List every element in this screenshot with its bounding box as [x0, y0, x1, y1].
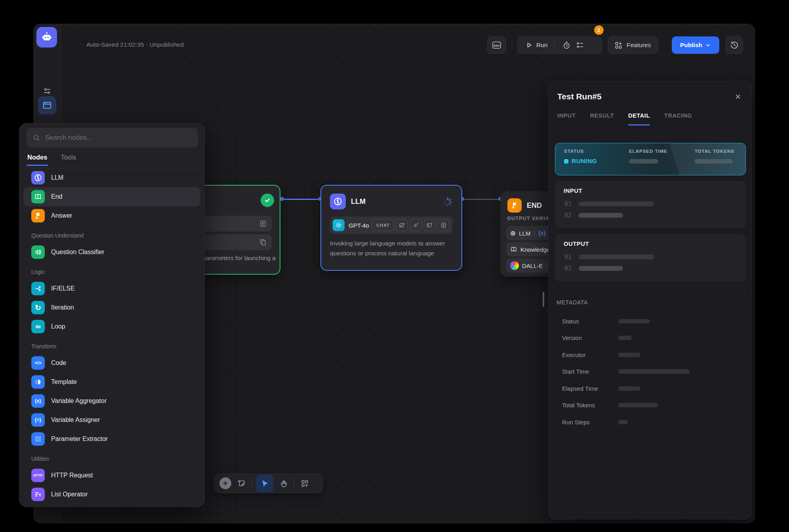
parameter-extractor-icon [31, 432, 45, 446]
metadata-divider [555, 290, 746, 291]
search-icon [33, 134, 40, 142]
meta-label: Start Time [562, 368, 618, 375]
tab-nodes[interactable]: Nodes [27, 154, 47, 166]
node-item-iteration[interactable]: ↻ Iteration [23, 298, 200, 317]
features-button[interactable]: Features [608, 36, 658, 54]
document-icon [259, 220, 267, 228]
success-check-icon [261, 194, 274, 207]
iteration-icon: ↻ [31, 301, 45, 314]
env-variables-button[interactable]: ENV [487, 36, 506, 54]
template-icon [31, 375, 45, 389]
tab-detail[interactable]: DETAIL [628, 112, 650, 125]
organize-blocks-button[interactable] [298, 477, 311, 490]
list-operator-icon [31, 488, 45, 501]
play-icon [526, 42, 533, 49]
node-item-end[interactable]: End [23, 187, 200, 206]
node-list: LLM End Answer Question Understand Quest [19, 168, 204, 504]
node-item-variable-assigner[interactable]: {=} Variable Assigner [23, 410, 200, 429]
add-node-button[interactable]: + [219, 477, 231, 489]
node-item-list-operator[interactable]: List Operator [23, 485, 200, 504]
checklist-count-badge: 2 [593, 25, 604, 36]
pointer-tool-button[interactable] [256, 475, 273, 492]
app-robot-icon[interactable] [36, 27, 57, 48]
history-button[interactable] [726, 36, 743, 54]
workflow-app: Define the initial parameters for launch… [0, 0, 789, 532]
tab-tracing[interactable]: TRACING [664, 112, 692, 125]
variable-aggregator-icon: {x} [31, 394, 45, 408]
llm-node-title: LLM [351, 198, 366, 206]
run-status-card: STATUS RUNING ELAPSED TIME TOTAL TOKENS [555, 143, 746, 175]
toolbar-divider [252, 479, 252, 488]
audio-capability-icon [410, 219, 422, 231]
tab-tools[interactable]: Tools [61, 154, 76, 166]
chevron-down-icon [705, 42, 711, 48]
section-logic: Logic [31, 267, 192, 277]
variable-assigner-icon: {=} [31, 413, 45, 427]
canvas-scroll-handle[interactable] [543, 292, 544, 307]
node-item-answer[interactable]: Answer [23, 206, 200, 225]
section-transform: Transform [31, 342, 192, 351]
meta-label: Elapsed Time [562, 385, 618, 392]
ifelse-icon [31, 282, 45, 295]
document-capability-icon [438, 219, 450, 231]
end-icon [31, 190, 45, 203]
question-classifier-icon [31, 245, 45, 259]
history-icon [730, 41, 739, 49]
video-capability-icon [424, 219, 436, 231]
llm-icon [31, 171, 45, 184]
meta-value-placeholder [618, 336, 632, 340]
toolbar-divider [294, 479, 294, 488]
end-node-title: END [527, 201, 542, 210]
node-item-llm[interactable]: LLM [23, 168, 200, 187]
running-status-value: RUNING [572, 158, 597, 165]
run-button[interactable]: Run [518, 42, 547, 49]
model-name: GPT-4o [349, 222, 370, 229]
tab-result[interactable]: RESULT [590, 112, 614, 125]
hand-tool-button[interactable] [277, 477, 290, 490]
code-icon: </> [31, 356, 45, 370]
run-button-group: Run [517, 36, 602, 54]
workflow-settings-icon[interactable] [41, 85, 53, 97]
stopwatch-icon[interactable] [560, 41, 573, 49]
canvas-toolbar: + [214, 473, 323, 493]
meta-value-placeholder [618, 319, 650, 323]
meta-value-placeholder [618, 403, 658, 407]
publish-button[interactable]: Publish [672, 36, 719, 54]
topbar-divider [512, 40, 512, 50]
features-icon [614, 41, 623, 49]
node-item-template[interactable]: Template [23, 372, 200, 391]
spinner-icon [442, 197, 453, 207]
env-icon: ENV [492, 40, 502, 50]
section-utilities: Utilities [31, 454, 192, 464]
tab-input[interactable]: INPUT [557, 112, 576, 125]
note-tool-icon[interactable] [38, 96, 56, 114]
input-placeholder-bar [579, 213, 623, 218]
node-item-parameter-extractor[interactable]: Parameter Extractor [23, 429, 200, 448]
meta-label: Executor [562, 352, 618, 358]
search-input[interactable] [45, 134, 192, 142]
node-item-ifelse[interactable]: IF/ELSE [23, 279, 200, 298]
total-tokens-placeholder [695, 159, 733, 163]
llm-node-description: Invoking large language models to answer… [330, 238, 453, 258]
llm-node[interactable]: LLM GPT-4o CHAT [320, 185, 462, 271]
close-icon[interactable]: ✕ [733, 92, 743, 101]
node-search[interactable] [27, 128, 198, 148]
answer-flag-icon [31, 209, 45, 222]
start-output-port[interactable] [280, 197, 284, 201]
run-group-divider [554, 41, 554, 49]
total-tokens-label: TOTAL TOKENS [695, 149, 734, 154]
copy-icon [259, 238, 267, 246]
node-item-http-request[interactable]: HTTP HTTP Request [23, 466, 200, 485]
node-item-variable-aggregator[interactable]: {x} Variable Aggregator [23, 391, 200, 410]
add-note-button[interactable] [235, 477, 248, 490]
meta-value-placeholder [618, 353, 640, 357]
row-index: 02 [564, 265, 572, 272]
node-item-code[interactable]: </> Code [23, 353, 200, 372]
autosave-status: Auto-Saved 21:02:35 · Unpublished [86, 41, 184, 48]
node-item-question-classifier[interactable]: Question Classifier [23, 243, 200, 262]
test-run-panel: Test Run#5 ✕ INPUT RESULT DETAIL TRACING… [548, 81, 752, 519]
checklist-icon[interactable] [573, 41, 587, 49]
loop-icon: ∞ [31, 320, 45, 333]
model-selector[interactable]: GPT-4o CHAT [330, 217, 453, 234]
node-item-loop[interactable]: ∞ Loop [23, 317, 200, 336]
